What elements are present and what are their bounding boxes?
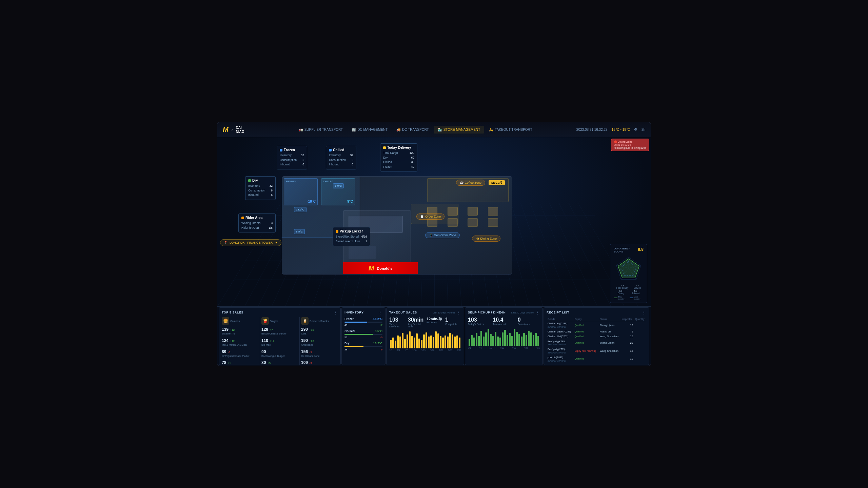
time-label: 2h (642, 128, 645, 131)
takeout-bar-28 (456, 336, 458, 348)
selfpickup-menu[interactable]: ⋮ (535, 310, 540, 315)
takeout-receipt-time: 30min Avg Receipt Time (408, 317, 424, 328)
selfpickup-bar-28 (535, 333, 537, 346)
dry-inv-bar-bg (344, 346, 382, 347)
logo-separator: × (231, 128, 233, 131)
takeout-bar-8 (409, 331, 411, 348)
dry-inv-row: Dry 16.2°C 38 -9 (344, 342, 382, 351)
takeout-bar-29 (459, 338, 460, 348)
col-expiry: Expiry (574, 317, 599, 321)
selfpickup-bar-19 (514, 329, 515, 346)
location-bar[interactable]: 📍 LONGFOR · FINANCE TOWER ▼ (220, 239, 281, 246)
waiting-orders-label: Waiting Orders (241, 221, 260, 226)
takeout-bar-16 (428, 337, 430, 348)
store-floor: FROZEN -18°C CHILLED 9°C (282, 176, 512, 274)
table-7 (468, 218, 478, 227)
stored-label: Stored/Not Stored (336, 235, 359, 239)
dry-dot (248, 179, 251, 182)
receipt-goods-1: Chicken pieces(C289) (547, 329, 574, 334)
store-icon: 🏪 (438, 128, 442, 131)
chilled-inv-row: Chilled 3.5°C 56 -6 (344, 329, 382, 339)
q-takeout-label: Takeout (632, 292, 640, 294)
top5-title: TOP 5 SALES (222, 311, 243, 314)
receipt-row-3: Beef patty(K789)23/05/17~24/05/17 Qualif… (547, 339, 646, 347)
selfpickup-bar-22 (521, 337, 522, 346)
tab-dc-management[interactable]: 🏢 DC MANAGEMENT (348, 126, 392, 134)
combo-1-delta: +12 (230, 328, 235, 331)
order-icon: 📋 (420, 215, 424, 218)
col-status: Status (599, 317, 621, 321)
takeout-bar-26 (452, 334, 453, 348)
receipt-qty-3: 20 (621, 339, 634, 347)
selfpickup-bar-23 (523, 333, 525, 346)
desserts-4-delta: -3 (309, 362, 312, 365)
tab-dc-transport[interactable]: 🚚 DC TRANSPORT (392, 126, 433, 134)
combo-item-2: 124 +12 Mix & Match 1+1 Meal (222, 337, 258, 347)
receipt-expiry-5: Qualified (574, 355, 599, 363)
frozen-inv-bar (344, 322, 367, 323)
location-dropdown-icon[interactable]: ▼ (275, 241, 278, 244)
main-content: 🔴 Dining Zone 08/21 16:12:29 Flickering … (217, 137, 651, 366)
selfpickup-complaints-label: Complaints (518, 323, 540, 325)
selfpickup-bar-11 (495, 332, 496, 346)
tab-dc-transport-label: DC TRANSPORT (402, 128, 429, 131)
selfpickup-header-right: Last 30 Days Volume ⋮ (511, 310, 540, 315)
pickup-dot (336, 230, 338, 233)
tab-supplier-transport[interactable]: 🚛 SUPPLIER TRANSPORT (295, 126, 347, 134)
frozen-inv-label: Frozen (344, 317, 355, 321)
inventory-menu[interactable]: ⋮ (378, 310, 382, 315)
takeout-x-labels: 1/1 1/4 1/7 1/10 1/13 1/16 1/22 1/28 1/3… (389, 349, 461, 351)
golden-arches: M (369, 264, 374, 272)
tab-store-management[interactable]: 🏪 STORE MANAGEMENT (434, 126, 485, 134)
desserts-2-delta: +20 (309, 340, 314, 343)
store-visualization: FROZEN -18°C CHILLED 9°C (261, 156, 526, 281)
takeout-complaints-label: Complaints (445, 323, 461, 325)
takeout-bar-15 (426, 332, 427, 348)
selfpickup-bar-6 (483, 337, 485, 346)
desserts-category: 🍦 Desserts Snacks 290 +10 Cola 190 +20 (301, 317, 338, 365)
quarterly-title-label: QUARTERLY SCORE (614, 247, 638, 253)
quarterly-score-panel: QUARTERLY SCORE 8.8 (610, 244, 647, 303)
takeout-menu[interactable]: ⋮ (456, 310, 461, 315)
receipt-qty-1: 5 (621, 329, 634, 334)
takeout-bar-6 (404, 339, 406, 348)
combo-1-name: Big Bite Trio (222, 332, 258, 336)
delivery-dot (383, 146, 386, 149)
rider-in-out-val: 1/8 (269, 226, 273, 230)
legend-last-quarter: Last quarter (630, 296, 644, 300)
selfpickup-bar-18 (511, 336, 513, 346)
selfpickup-bar-3 (476, 333, 477, 346)
chilled-inv-bar (344, 334, 373, 335)
self-pickup-panel: SELF-PICKUP / DINE-IN Last 30 Days Volum… (465, 307, 543, 365)
q-takeout: 5.8 Takeout (632, 290, 640, 294)
receipt-menu[interactable]: ⋮ (642, 310, 646, 315)
receipt-goods-3: Beef patty(K789)23/05/17~24/05/17 (547, 339, 574, 347)
alert-panel: 🔴 Dining Zone 08/21 16:12:29 Flickering … (611, 139, 649, 151)
dry-inv-temp: 16.2°C (373, 342, 382, 345)
singles-2-num: 110 (261, 338, 268, 343)
alert-zone: 🔴 Dining Zone (614, 140, 646, 143)
takeout-stats: 103 Today's Deliveries 30min Avg Receipt… (389, 317, 461, 328)
singles-category: 🍟 Singles 128 +7 Bacon Cheese Burger 110 (261, 317, 298, 365)
desserts-3-delta: -3 (309, 351, 312, 354)
takeout-period: Last 30 Days Volume (433, 311, 455, 314)
singles-1-name: Bacon Cheese Burger (261, 332, 298, 336)
selfpickup-bar-14 (502, 332, 504, 346)
desserts-4-num: 109 (301, 360, 308, 365)
takeout-bar-13 (421, 340, 422, 348)
quarterly-labels: 7.9 Food quality 7.8 Service (614, 284, 644, 289)
location-icon: 📍 (224, 241, 228, 244)
tab-takeout-transport[interactable]: 🛵 TAKEOUT TRANSPORT (485, 126, 536, 134)
clock-icon: ⏱ (634, 128, 637, 131)
selfpickup-turnover-label: Turnover rate (493, 323, 515, 325)
chilled-zone: CHILLED 9°C (321, 178, 355, 205)
legend-this-label: This quarter (618, 296, 628, 300)
q-food-label: Food quality (616, 287, 628, 289)
header: M × CAINIAO 🚛 SUPPLIER TRANSPORT 🏢 DC MA… (217, 122, 651, 137)
table-3 (468, 207, 478, 216)
top5-menu[interactable]: ⋮ (333, 310, 338, 315)
rider-in-out-label: Rider (In/Out) (241, 226, 259, 230)
location-label: LONGFOR · FINANCE TOWER (230, 241, 273, 244)
selfpickup-bar-15 (504, 330, 506, 346)
combo-1-num: 139 (222, 327, 229, 332)
